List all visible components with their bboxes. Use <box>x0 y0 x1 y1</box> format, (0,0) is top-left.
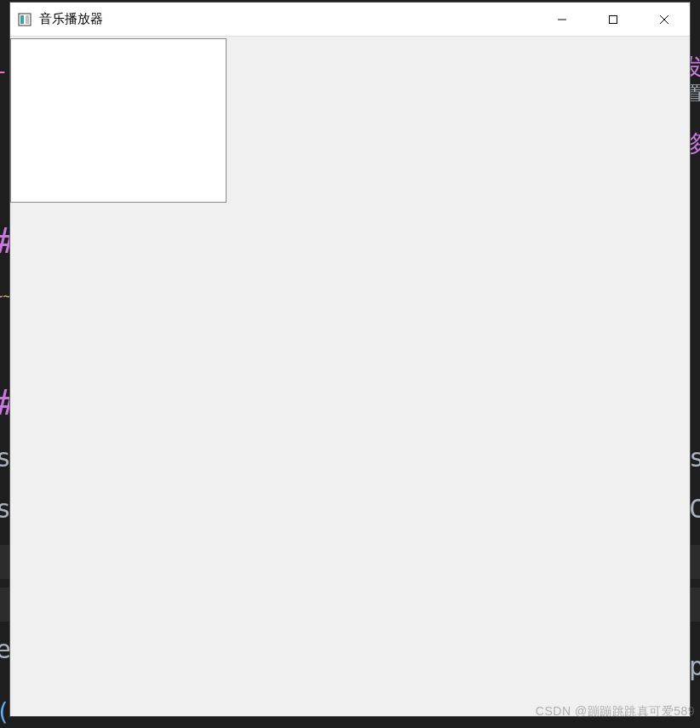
titlebar[interactable]: 音乐播放器 <box>10 3 690 37</box>
close-button[interactable] <box>639 3 690 36</box>
content-panel <box>10 38 227 203</box>
svg-rect-4 <box>610 15 617 23</box>
maximize-button[interactable] <box>588 3 639 36</box>
window-title: 音乐播放器 <box>39 11 103 27</box>
svg-rect-1 <box>20 15 24 24</box>
minimize-button[interactable] <box>536 3 588 36</box>
svg-rect-2 <box>26 15 29 24</box>
app-icon <box>17 12 32 27</box>
window-controls <box>536 3 690 36</box>
client-area <box>10 37 690 716</box>
app-window: 音乐播放器 <box>9 2 691 717</box>
